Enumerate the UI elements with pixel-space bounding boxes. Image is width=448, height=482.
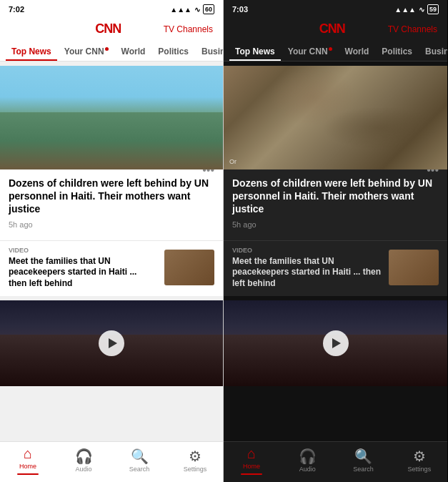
main-card-title-right: Dozens of children were left behind by U…: [232, 177, 439, 216]
tab-your-cnn-left[interactable]: Your CNN: [59, 41, 114, 61]
status-icons-left: ▲▲▲ ∿ 60: [170, 4, 214, 14]
home-icon-right: ⌂: [247, 446, 256, 461]
home-icon-left: ⌂: [24, 446, 32, 461]
signal-icon-left: ▲▲▲: [170, 6, 191, 14]
tab-politics-right[interactable]: Politics: [376, 41, 418, 61]
active-indicator-right: [241, 473, 262, 475]
home-label-left: Home: [19, 463, 36, 470]
settings-icon-right: ⚙: [413, 449, 426, 463]
cnn-logo-left: CNN: [95, 21, 121, 36]
main-card-time-right: 5h ago: [232, 220, 439, 229]
video-thumb-right: [389, 250, 439, 285]
second-news-card-left[interactable]: [0, 300, 223, 386]
home-label-right: Home: [243, 463, 260, 470]
audio-label-left: Audio: [75, 466, 91, 473]
search-label-left: Search: [129, 466, 150, 473]
play-button-left[interactable]: [99, 330, 124, 356]
signal-icon-right: ▲▲▲: [394, 6, 416, 14]
audio-icon-right: 🎧: [299, 449, 317, 463]
main-card-body-left: ••• Dozens of children were left behind …: [0, 169, 223, 237]
nav-tabs-right: Top News Your CNN World Politics Busines…: [224, 41, 447, 62]
search-icon-left: 🔍: [131, 449, 149, 463]
bottom-audio-left[interactable]: 🎧 Audio: [66, 449, 101, 473]
audio-icon-left: 🎧: [75, 449, 93, 463]
search-label-right: Search: [353, 466, 374, 473]
status-icons-right: ▲▲▲ ∿ 59: [394, 4, 439, 14]
battery-left: 60: [203, 4, 214, 14]
second-card-image-right: [224, 300, 447, 386]
content-area-left: ••• Dozens of children were left behind …: [0, 62, 223, 441]
app-header-left: CNN TV Channels: [0, 17, 223, 41]
bottom-search-left[interactable]: 🔍 Search: [121, 449, 157, 473]
nav-tabs-left: Top News Your CNN World Politics Busines…: [0, 41, 223, 62]
content-area-right: Or ••• Dozens of children were left behi…: [224, 62, 447, 441]
bottom-search-right[interactable]: 🔍 Search: [346, 449, 382, 473]
tab-politics-left[interactable]: Politics: [152, 41, 194, 61]
tab-your-cnn-right[interactable]: Your CNN: [282, 41, 338, 61]
video-thumb-img-right: [389, 250, 439, 285]
settings-label-right: Settings: [408, 466, 432, 473]
bottom-audio-right[interactable]: 🎧 Audio: [289, 449, 325, 473]
video-title-right: Meet the families that UN peacekeepers s…: [232, 256, 382, 290]
bottom-home-right[interactable]: ⌂ Home: [234, 446, 269, 475]
second-news-card-right[interactable]: [224, 300, 447, 386]
main-news-card-right[interactable]: Or ••• Dozens of children were left behi…: [224, 66, 447, 296]
time-right: 7:03: [232, 5, 248, 14]
bottom-home-left[interactable]: ⌂ Home: [10, 446, 46, 475]
cnn-logo-right: CNN: [319, 21, 345, 36]
search-icon-right: 🔍: [354, 449, 372, 463]
main-card-image-right: Or: [224, 66, 447, 169]
left-phone-panel: 7:02 ▲▲▲ ∿ 60 CNN TV Channels Top News Y…: [0, 0, 224, 482]
bottom-nav-right: ⌂ Home 🎧 Audio 🔍 Search ⚙ Settings: [224, 441, 447, 482]
dot-badge-left: [105, 47, 109, 51]
tv-channels-right[interactable]: TV Channels: [388, 24, 437, 34]
app-header-right: CNN TV Channels: [224, 17, 447, 41]
video-badge-left: VIDEO: [9, 247, 157, 254]
tv-channels-left[interactable]: TV Channels: [164, 24, 213, 34]
video-thumb-left: [164, 250, 214, 285]
second-card-image-left: [0, 300, 223, 386]
status-bar-left: 7:02 ▲▲▲ ∿ 60: [0, 0, 223, 17]
active-indicator-left: [17, 473, 39, 475]
tab-top-news-right[interactable]: Top News: [229, 41, 281, 61]
audio-label-right: Audio: [299, 466, 316, 473]
settings-icon-left: ⚙: [189, 449, 201, 463]
battery-right: 59: [427, 4, 439, 14]
bottom-settings-right[interactable]: ⚙ Settings: [402, 449, 437, 473]
main-card-image-left: [0, 66, 223, 169]
video-row-left[interactable]: VIDEO Meet the families that UN peacekee…: [0, 240, 223, 297]
main-card-title-left: Dozens of children were left behind by U…: [9, 177, 214, 216]
main-card-time-left: 5h ago: [9, 220, 214, 229]
dot-badge-right: [329, 47, 332, 51]
tab-world-right[interactable]: World: [339, 41, 375, 61]
video-title-left: Meet the families that UN peacekeepers s…: [9, 256, 157, 290]
tab-world-left[interactable]: World: [116, 41, 151, 61]
main-news-card-left[interactable]: ••• Dozens of children were left behind …: [0, 66, 223, 296]
status-bar-right: 7:03 ▲▲▲ ∿ 59: [224, 0, 447, 17]
settings-label-left: Settings: [184, 466, 207, 473]
right-phone-panel: 7:03 ▲▲▲ ∿ 59 CNN TV Channels Top News Y…: [224, 0, 447, 482]
bottom-nav-left: ⌂ Home 🎧 Audio 🔍 Search ⚙ Settings: [0, 441, 223, 482]
wifi-icon-right: ∿: [419, 6, 424, 14]
play-button-right[interactable]: [323, 330, 349, 356]
time-left: 7:02: [9, 5, 24, 14]
video-thumb-img-left: [164, 250, 214, 285]
main-card-body-right: ••• Dozens of children were left behind …: [224, 169, 447, 237]
tab-top-news-left[interactable]: Top News: [6, 41, 57, 61]
wifi-icon-left: ∿: [194, 6, 200, 14]
bottom-settings-left[interactable]: ⚙ Settings: [177, 449, 213, 473]
tab-business-right[interactable]: Business: [419, 41, 447, 61]
or-label-right: Or: [229, 158, 237, 165]
video-badge-right: VIDEO: [232, 247, 382, 254]
tab-business-left[interactable]: Business: [196, 41, 223, 61]
video-row-right[interactable]: VIDEO Meet the families that UN peacekee…: [224, 240, 447, 297]
